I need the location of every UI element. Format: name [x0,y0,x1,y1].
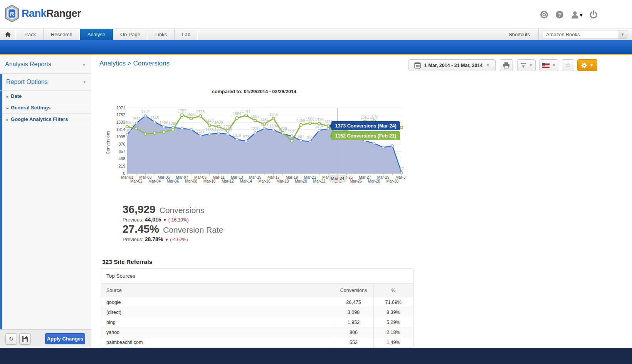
conversions-chart[interactable]: 0219438657876109513141533175219711163151… [105,102,405,187]
analysis-reports-label: Analysis Reports [5,61,51,67]
nav-home-tab[interactable] [0,29,16,40]
conversion-rate-value: 27.45% [123,223,159,235]
report-toolbar: 1 Mar, 2014 - 31 Mar, 2014 ▼ ▼ ▼ ☆ ▼ [92,59,632,72]
nav-tab-links[interactable]: Links [148,29,175,40]
sidebar-section-report-options[interactable]: Report Options ▾ [0,74,91,91]
down-arrow-icon: ▼ [165,237,169,242]
app-footer [0,348,632,364]
print-button[interactable] [500,59,513,71]
svg-text:Mar-12: Mar-12 [222,179,234,183]
svg-text:1496: 1496 [315,117,324,122]
nav-tab-lab[interactable]: Lab [175,29,198,40]
svg-text:1971: 1971 [116,106,126,110]
svg-text:1561: 1561 [361,115,370,119]
user-menu[interactable]: ▾ [570,10,583,19]
calendar-icon [414,62,421,69]
conversions-stat: 36,929 Conversions [123,203,204,216]
nav-tab-on-page[interactable]: On-Page [113,29,148,40]
svg-text:Mar-30: Mar-30 [386,179,398,183]
account-selector[interactable]: Amazon Books ▼ [543,30,627,39]
sidebar-item-date[interactable]: ▸Date [0,91,91,102]
svg-text:1347: 1347 [260,122,269,127]
refresh-button[interactable]: ↻ [5,333,17,345]
help-icon[interactable]: ? [555,10,564,19]
sidebar: Analysis Reports ▸ Report Options ▾ ▸Dat… [0,55,91,348]
chart-hover-date-label: Mar-24 [329,175,346,182]
apply-changes-button[interactable]: Apply Changes [45,333,85,344]
date-range-button[interactable]: 1 Mar, 2014 - 31 Mar, 2014 ▼ [408,59,496,71]
conversions-cell: 26,475 [334,297,373,307]
svg-text:1458: 1458 [297,119,306,123]
nav-tab-analyse[interactable]: Analyse [80,29,113,40]
settings-button[interactable]: ▼ [577,59,597,71]
svg-text:1650: 1650 [187,112,196,117]
sidebar-accent-bar [0,74,2,348]
svg-text:Mar-04: Mar-04 [148,179,161,183]
save-button[interactable] [19,333,31,345]
gear-icon [581,62,587,69]
primary-nav: TrackResearchAnalyseOn-PageLinksLab Shor… [0,29,632,40]
svg-text:R: R [10,10,14,17]
date-range-label: 1 Mar, 2014 - 31 Mar, 2014 [424,63,483,68]
svg-text:1201: 1201 [214,127,223,131]
rankranger-logo[interactable]: R RankRanger [4,5,81,22]
svg-text:657: 657 [118,149,125,154]
top-sources-panel: Top Sources SourceConversions% google26,… [101,268,413,348]
conversions-cell: 552 [334,337,373,347]
svg-text:Mar-06: Mar-06 [167,179,179,183]
rankranger-app: R RankRanger ? ▾ Track [0,0,632,364]
chevron-down-icon: ▾ [83,74,86,91]
nav-tab-track[interactable]: Track [16,29,44,40]
svg-text:1508: 1508 [306,117,315,121]
svg-text:1183: 1183 [205,128,214,132]
home-icon [5,32,11,38]
svg-text:1752: 1752 [116,112,126,117]
column-header-conversions: Conversions [334,283,373,297]
main-content: Analytics > Conversions 1 Mar, 2014 - 31… [92,55,632,348]
svg-text:1545: 1545 [150,116,159,120]
nav-tab-research[interactable]: Research [44,29,80,40]
table-row: bing1,9525.29% [101,317,413,327]
sidebar-item-google-analytics-filters[interactable]: ▸Google Analytics Filters [0,114,91,125]
svg-text:17: 17 [399,167,404,171]
star-icon: ☆ [565,61,571,69]
conversions-cell: 1,952 [334,317,373,327]
svg-text:1183: 1183 [141,128,150,132]
refresh-icon: ↻ [9,335,14,342]
svg-text:1753: 1753 [178,109,187,113]
printer-icon [503,62,510,69]
table-row: palmbeachfl.com5521.49% [101,337,413,347]
svg-text:Mar-26: Mar-26 [350,179,362,183]
banner-bar [0,40,632,55]
svg-text:1400: 1400 [160,121,168,125]
conversions-label: Conversions [160,206,205,215]
svg-text:1131: 1131 [196,129,205,134]
site-referrals-title: 323 Site Referrals [102,258,152,265]
svg-text:Mar-28: Mar-28 [368,179,380,183]
caret-down-icon: ▼ [529,63,533,67]
caret-down-icon: ▼ [590,63,594,67]
svg-text:219: 219 [118,164,125,168]
favorite-button[interactable]: ☆ [562,59,574,71]
svg-text:Mar-14: Mar-14 [240,179,252,183]
sidebar-section-analysis-reports[interactable]: Analysis Reports ▸ [0,55,91,74]
conversions-cell: 806 [334,327,373,337]
svg-text:1649: 1649 [269,112,278,117]
svg-text:1220: 1220 [251,127,260,131]
top-sources-table: SourceConversions% google26,47571.69%(di… [101,283,413,347]
globe-icon[interactable] [540,10,549,19]
shortcuts-link[interactable]: Shortcuts [500,29,539,40]
nav-right: Shortcuts Amazon Books ▼ [500,29,632,40]
chevron-down-icon: ▼ [618,30,627,39]
chevron-right-icon: ▸ [7,106,8,110]
power-icon[interactable] [589,10,598,19]
source-cell: google [101,297,334,307]
conversion-rate-stat: 27.45% Conversion Rate [123,223,223,235]
export-button[interactable]: ▼ [517,59,536,71]
sidebar-item-general-settings[interactable]: ▸General Settings [0,102,91,114]
table-row: (direct)3,0988.39% [101,307,413,317]
svg-text:1163: 1163 [123,129,131,133]
language-button[interactable]: ▼ [539,59,558,71]
save-icon [22,336,28,342]
source-cell: (direct) [101,307,334,317]
